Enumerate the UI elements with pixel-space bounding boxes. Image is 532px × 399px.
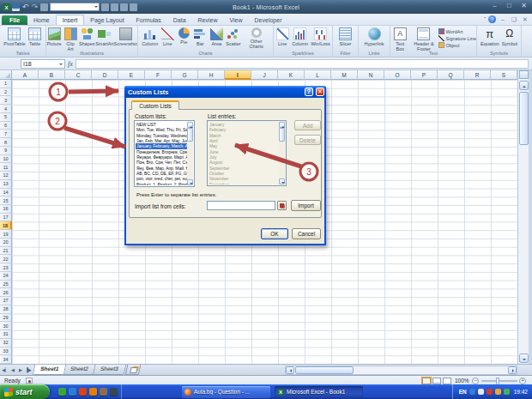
scroll-down-icon[interactable] xyxy=(279,178,285,184)
row-header-14[interactable]: 14 xyxy=(0,189,12,197)
row-header-1[interactable]: 1 xyxy=(0,80,12,88)
scroll-down-icon[interactable] xyxy=(519,354,529,363)
ribbon-item-pivottable[interactable]: PivotTable xyxy=(3,27,26,46)
quick-launch-6-icon[interactable] xyxy=(110,388,118,396)
delete-button[interactable]: Delete xyxy=(294,135,321,145)
dialog-titlebar[interactable]: Custom Lists xyxy=(124,86,326,98)
ribbon-item-column[interactable]: Column xyxy=(141,27,159,46)
workbook-minimize-icon[interactable] xyxy=(499,16,507,23)
ribbon-item-shapes[interactable]: Shapes xyxy=(79,27,94,46)
taskbar-task-aula-bg-question[interactable]: Aula.bg - Question - ... xyxy=(182,386,270,398)
select-all-corner[interactable] xyxy=(0,70,12,80)
name-box[interactable]: I18 xyxy=(21,59,65,69)
quick-launch-4-icon[interactable] xyxy=(89,388,97,396)
ribbon-item-table[interactable]: Table xyxy=(27,27,43,46)
row-header-25[interactable]: 25 xyxy=(0,281,12,289)
scroll-up-icon[interactable] xyxy=(279,122,285,128)
quick-launch-2-icon[interactable] xyxy=(69,388,76,396)
dialog-close-button[interactable] xyxy=(316,88,324,96)
row-header-19[interactable]: 19 xyxy=(0,230,12,239)
column-header-q[interactable]: Q xyxy=(438,70,464,80)
next-sheet-icon[interactable] xyxy=(17,366,24,374)
normal-view-icon[interactable] xyxy=(422,378,431,384)
horizontal-scroll-thumb[interactable] xyxy=(295,366,354,374)
tray-icon-2[interactable] xyxy=(478,389,484,395)
column-header-e[interactable]: E xyxy=(118,70,145,80)
zoom-in-icon[interactable] xyxy=(519,378,526,384)
tab-review[interactable]: Review xyxy=(192,15,224,25)
workbook-close-icon[interactable] xyxy=(521,16,529,23)
ribbon-item-column[interactable]: Column xyxy=(291,27,309,46)
scroll-up-icon[interactable] xyxy=(519,81,529,90)
tab-insert[interactable]: Insert xyxy=(56,15,85,25)
ribbon-item-screenshot[interactable]: Screenshot xyxy=(115,27,137,46)
row-header-16[interactable]: 16 xyxy=(0,205,12,214)
custom-list-item[interactable]: January, February, March, Apri xyxy=(136,143,187,148)
tab-page-layout[interactable]: Page Layout xyxy=(84,15,130,25)
tab-formulas[interactable]: Formulas xyxy=(130,15,167,25)
row-header-11[interactable]: 11 xyxy=(0,163,12,172)
row-header-5[interactable]: 5 xyxy=(0,113,12,122)
column-header-l[interactable]: L xyxy=(305,70,331,80)
row-header-21[interactable]: 21 xyxy=(0,247,12,256)
ribbon-item-text-box[interactable]: Text Box xyxy=(390,27,409,51)
quick-launch-1-icon[interactable] xyxy=(58,388,66,396)
custom-list-item[interactable]: Product_1, Product_2, Product_ xyxy=(136,182,187,185)
custom-list-item[interactable]: pon, vtor, sred, chet, pet, sub, xyxy=(136,176,187,181)
ribbon-item-win-loss[interactable]: Win/Loss xyxy=(310,27,331,46)
last-sheet-icon[interactable] xyxy=(25,366,32,374)
row-header-17[interactable]: 17 xyxy=(0,214,12,222)
ribbon-item-header-footer[interactable]: Header & Footer xyxy=(410,27,437,51)
row-header-15[interactable]: 15 xyxy=(0,196,12,205)
window-close-icon[interactable] xyxy=(518,2,529,10)
row-header-7[interactable]: 7 xyxy=(0,130,12,138)
sheet-tab-sheet3[interactable]: Sheet3 xyxy=(93,365,126,375)
column-header-k[interactable]: K xyxy=(278,70,305,80)
insert-worksheet-icon[interactable] xyxy=(124,365,141,375)
custom-lists-listbox[interactable]: NEW LISTMon, Tue, Wed, Thu, Fri, Sat, SM… xyxy=(134,120,195,187)
ribbon-item-symbol[interactable]: Symbol xyxy=(501,27,518,46)
page-break-view-icon[interactable] xyxy=(443,378,451,384)
column-header-i[interactable]: I xyxy=(225,70,251,80)
language-indicator[interactable]: EN xyxy=(459,389,467,395)
quick-launch-3-icon[interactable] xyxy=(79,388,87,396)
ribbon-item-smartart[interactable]: SmartArt xyxy=(95,27,113,46)
ribbon-item-bar[interactable]: Bar xyxy=(192,27,208,46)
start-button[interactable]: start xyxy=(0,384,50,399)
window-maximize-icon[interactable] xyxy=(504,2,515,10)
column-header-p[interactable]: P xyxy=(411,70,438,80)
row-header-30[interactable]: 30 xyxy=(0,322,12,330)
column-header-d[interactable]: D xyxy=(92,70,118,80)
ribbon-item-other-charts[interactable]: Other Charts xyxy=(243,27,270,49)
column-header-n[interactable]: N xyxy=(358,70,384,80)
tray-icon-1[interactable] xyxy=(469,389,475,395)
column-header-s[interactable]: S xyxy=(491,70,517,80)
row-header-2[interactable]: 2 xyxy=(0,88,12,97)
ribbon-item-clip-art[interactable]: Clip Art xyxy=(63,27,78,51)
column-header-o[interactable]: O xyxy=(384,70,411,80)
ok-button[interactable]: OK xyxy=(261,228,288,239)
row-header-31[interactable]: 31 xyxy=(0,330,12,339)
row-header-28[interactable]: 28 xyxy=(0,305,12,314)
row-header-13[interactable]: 13 xyxy=(0,180,12,189)
scroll-up-icon[interactable] xyxy=(187,122,193,128)
column-header-m[interactable]: M xyxy=(331,70,358,80)
scroll-right-icon[interactable] xyxy=(508,366,517,374)
taskbar-task-microsoft-excel-book1[interactable]: Microsoft Excel - Book1 xyxy=(275,386,363,398)
ribbon-item-scatter[interactable]: Scatter xyxy=(225,27,241,46)
split-box[interactable] xyxy=(519,70,529,79)
row-header-34[interactable]: 34 xyxy=(0,355,12,364)
tray-icon-3[interactable] xyxy=(487,389,493,395)
scroll-thumb[interactable] xyxy=(187,128,193,142)
list-entries-listbox[interactable]: JanuaryFebruaryMarchAprilMayJuneJulyAugu… xyxy=(207,120,287,186)
ribbon-item-hyperlink[interactable]: Hyperlink xyxy=(364,27,385,46)
vertical-scrollbar[interactable] xyxy=(517,70,529,364)
list-entries-scrollbar[interactable] xyxy=(279,122,285,184)
row-header-6[interactable]: 6 xyxy=(0,122,12,130)
column-header-r[interactable]: R xyxy=(464,70,491,80)
row-header-12[interactable]: 12 xyxy=(0,172,12,180)
row-header-24[interactable]: 24 xyxy=(0,272,12,281)
custom-list-item[interactable]: Пон, Вто, Сря, Чет, Пет, Съб, xyxy=(136,160,187,165)
first-sheet-icon[interactable] xyxy=(2,366,9,374)
column-header-a[interactable]: A xyxy=(12,70,39,80)
